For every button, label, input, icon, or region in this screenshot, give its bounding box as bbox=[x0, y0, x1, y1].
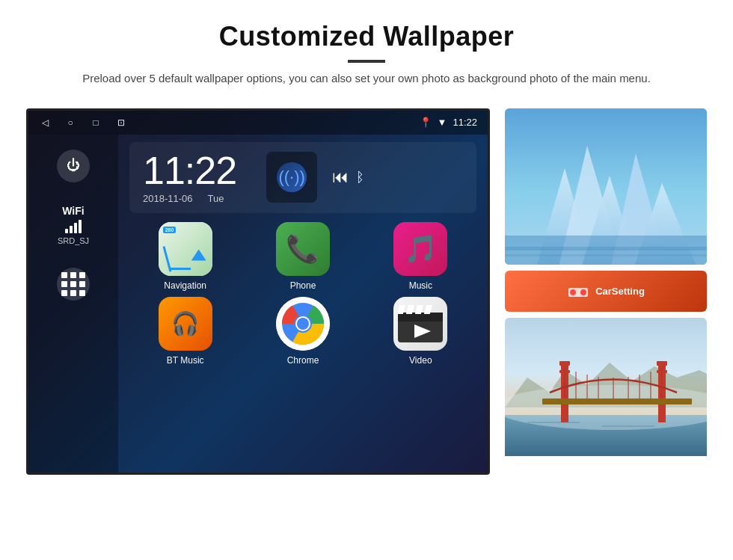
apps-button[interactable] bbox=[57, 268, 90, 301]
apps-dot bbox=[79, 290, 85, 296]
nav-icons: ◁ ○ □ ⊡ bbox=[39, 117, 127, 129]
svg-rect-32 bbox=[657, 361, 667, 366]
apps-dot bbox=[61, 272, 67, 278]
btmusic-icon: 🎧 bbox=[171, 310, 199, 336]
music-app-icon: 🎵 bbox=[393, 222, 447, 276]
navigation-app-icon: 280 bbox=[159, 222, 212, 276]
home-icon[interactable]: ○ bbox=[64, 117, 76, 129]
video-clapboard-svg bbox=[398, 305, 443, 342]
app-item-navigation[interactable]: 280 Navigation bbox=[129, 222, 241, 291]
nav-map-bg: 280 bbox=[159, 222, 212, 276]
wifi-bar-2 bbox=[70, 226, 73, 233]
date-value: 2018-11-06 bbox=[143, 193, 193, 204]
apps-dot bbox=[70, 272, 76, 278]
status-time: 11:22 bbox=[453, 117, 477, 128]
screenshot-icon[interactable]: ⊡ bbox=[115, 117, 127, 129]
wifi-bar-4 bbox=[79, 220, 82, 233]
apps-dot bbox=[61, 281, 67, 287]
back-icon[interactable]: ◁ bbox=[39, 117, 51, 129]
signal-widget: ((·)) bbox=[266, 152, 317, 203]
wifi-bar-3 bbox=[74, 223, 77, 233]
app-item-chrome[interactable]: Chrome bbox=[247, 297, 358, 366]
wifi-ssid: SRD_SJ bbox=[58, 236, 89, 245]
app-item-phone[interactable]: 📞 Phone bbox=[247, 222, 358, 291]
wallpaper-stack: CarSetting bbox=[505, 108, 707, 475]
wifi-bar-1 bbox=[65, 229, 68, 233]
time-display: 11:22 2018-11-06 Tue bbox=[143, 151, 236, 204]
wallpaper-bridge bbox=[505, 318, 707, 475]
wifi-label: WiFi bbox=[58, 205, 89, 217]
wallpaper-ice bbox=[505, 108, 707, 265]
svg-point-22 bbox=[570, 289, 576, 295]
apps-grid-icon bbox=[61, 272, 85, 296]
time-big: 11:22 bbox=[143, 151, 236, 190]
app-grid: 280 Navigation 📞 Phone bbox=[129, 222, 476, 366]
apps-dot bbox=[70, 290, 76, 296]
signal-waves-icon: ((·)) bbox=[278, 167, 304, 187]
screen-body: ⏻ WiFi SRD_SJ bbox=[28, 135, 488, 473]
apps-dot bbox=[79, 272, 85, 278]
music-icon: 🎵 bbox=[404, 233, 438, 265]
page-wrapper: Customized Wallpaper Preload over 5 defa… bbox=[0, 0, 733, 475]
phone-label: Phone bbox=[290, 280, 316, 291]
main-content: ◁ ○ □ ⊡ 📍 ▼ 11:22 ⏻ bbox=[0, 108, 733, 475]
svg-point-23 bbox=[580, 289, 586, 295]
status-bar: ◁ ○ □ ⊡ 📍 ▼ 11:22 bbox=[28, 111, 488, 135]
power-button[interactable]: ⏻ bbox=[57, 150, 90, 182]
ice-svg bbox=[505, 108, 707, 265]
apps-dot bbox=[79, 281, 85, 287]
signal-icon: ((·)) bbox=[277, 162, 307, 192]
bluetooth-icon: ᛒ bbox=[356, 170, 364, 185]
center-content: 11:22 2018-11-06 Tue ((·)) bbox=[118, 135, 488, 473]
svg-point-4 bbox=[297, 318, 309, 330]
page-subtitle: Preload over 5 default wallpaper options… bbox=[45, 70, 688, 87]
left-sidebar: ⏻ WiFi SRD_SJ bbox=[28, 135, 118, 473]
svg-rect-29 bbox=[559, 361, 570, 366]
carsetting-label: CarSetting bbox=[595, 286, 645, 297]
android-screen: ◁ ○ □ ⊡ 📍 ▼ 11:22 ⏻ bbox=[26, 108, 490, 475]
bridge-svg bbox=[505, 318, 707, 456]
time-date: 2018-11-06 Tue bbox=[143, 193, 236, 204]
app-item-btmusic[interactable]: 🎧 BT Music bbox=[129, 297, 241, 366]
apps-dot bbox=[61, 290, 67, 296]
video-app-icon bbox=[393, 297, 447, 351]
btmusic-label: BT Music bbox=[167, 355, 204, 366]
music-label: Music bbox=[409, 280, 432, 291]
wifi-bars bbox=[58, 220, 89, 233]
media-icons: ⏮ ᛒ bbox=[332, 167, 364, 187]
title-divider bbox=[348, 60, 385, 63]
app-item-video[interactable]: Video bbox=[365, 297, 476, 366]
wifi-status-icon: ▼ bbox=[438, 117, 447, 128]
day-value: Tue bbox=[208, 193, 224, 204]
svg-rect-34 bbox=[542, 399, 692, 404]
widget-icons: ((·)) bbox=[266, 152, 317, 203]
btmusic-app-icon: 🎧 bbox=[159, 297, 212, 351]
recents-icon[interactable]: □ bbox=[90, 117, 102, 129]
carsetting-icons: CarSetting bbox=[567, 284, 645, 299]
svg-rect-19 bbox=[505, 247, 707, 250]
chrome-svg bbox=[276, 297, 330, 351]
time-widget: 11:22 2018-11-06 Tue ((·)) bbox=[129, 142, 476, 213]
svg-rect-20 bbox=[505, 254, 707, 256]
header-section: Customized Wallpaper Preload over 5 defa… bbox=[0, 0, 733, 101]
phone-app-icon: 📞 bbox=[276, 222, 330, 276]
video-label: Video bbox=[409, 355, 432, 366]
chrome-app-icon bbox=[276, 297, 330, 351]
location-icon: 📍 bbox=[420, 117, 432, 128]
carsetting-icon bbox=[567, 284, 589, 299]
wifi-info: WiFi SRD_SJ bbox=[58, 205, 89, 245]
phone-icon: 📞 bbox=[286, 233, 319, 265]
status-right: 📍 ▼ 11:22 bbox=[420, 117, 477, 128]
apps-dot bbox=[70, 281, 76, 287]
carsetting-preview: CarSetting bbox=[505, 271, 707, 312]
app-item-music[interactable]: 🎵 Music bbox=[365, 222, 476, 291]
chrome-label: Chrome bbox=[287, 355, 319, 366]
page-title: Customized Wallpaper bbox=[45, 21, 688, 52]
prev-track-icon[interactable]: ⏮ bbox=[332, 167, 349, 187]
navigation-label: Navigation bbox=[164, 280, 206, 291]
